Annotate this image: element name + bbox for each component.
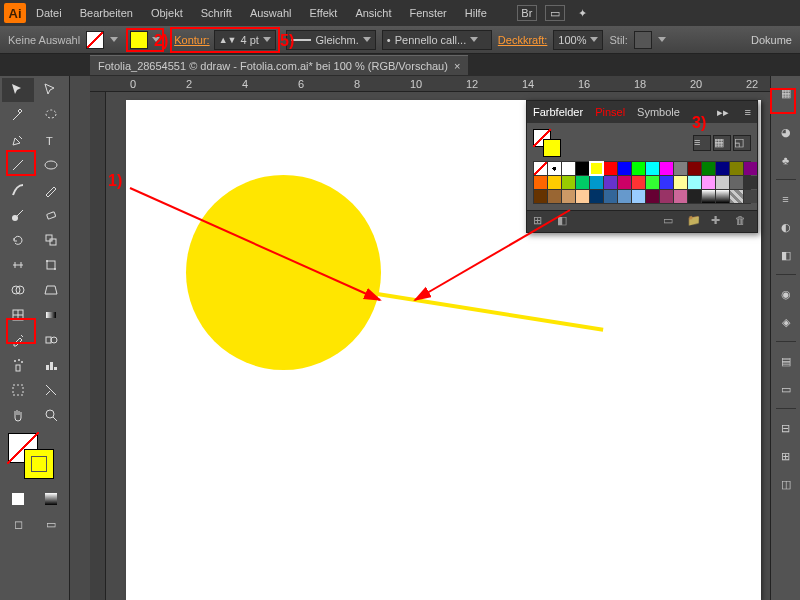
- yellow-circle-shape[interactable]: [186, 175, 381, 370]
- swatch-cell[interactable]: [702, 176, 715, 189]
- small-thumb-icon[interactable]: ▦: [713, 135, 731, 151]
- stroke-dropdown-icon[interactable]: [152, 37, 160, 42]
- swatch-cell[interactable]: [562, 162, 575, 175]
- paintbrush-tool[interactable]: [2, 178, 34, 202]
- swatch-cell[interactable]: [646, 176, 659, 189]
- swatch-cell[interactable]: [562, 190, 575, 203]
- gradient-tool[interactable]: [35, 303, 67, 327]
- opacity-link[interactable]: Deckkraft:: [498, 34, 548, 46]
- swatch-cell[interactable]: [716, 190, 729, 203]
- menu-view[interactable]: Ansicht: [347, 3, 399, 23]
- stroke-profile-dropdown[interactable]: Gleichm.: [286, 30, 376, 50]
- eyedropper-tool[interactable]: [2, 328, 34, 352]
- document-tab[interactable]: Fotolia_28654551 © ddraw - Fotolia.com.a…: [90, 55, 468, 75]
- swatch-cell[interactable]: [744, 190, 757, 203]
- swatch-cell[interactable]: [674, 176, 687, 189]
- transform-panel-icon[interactable]: ⊞: [775, 445, 797, 467]
- style-swatch[interactable]: [634, 31, 652, 49]
- swatch-cell[interactable]: [674, 162, 687, 175]
- layers-panel-icon[interactable]: ▤: [775, 350, 797, 372]
- width-tool[interactable]: [2, 253, 34, 277]
- list-view-icon[interactable]: ≡: [693, 135, 711, 151]
- swatch-cell[interactable]: [716, 176, 729, 189]
- swatch-cell[interactable]: [590, 162, 603, 175]
- blend-tool[interactable]: [35, 328, 67, 352]
- menu-object[interactable]: Objekt: [143, 3, 191, 23]
- pathfinder-panel-icon[interactable]: ◫: [775, 473, 797, 495]
- style-dropdown-icon[interactable]: [658, 37, 666, 42]
- zoom-tool[interactable]: [35, 403, 67, 427]
- ellipse-tool[interactable]: [35, 153, 67, 177]
- swatch-cell[interactable]: [534, 190, 547, 203]
- artboards-panel-icon[interactable]: ▭: [775, 378, 797, 400]
- menu-help[interactable]: Hilfe: [457, 3, 495, 23]
- appearance-panel-icon[interactable]: ◉: [775, 283, 797, 305]
- swatch-cell[interactable]: [618, 190, 631, 203]
- fill-stroke-indicator[interactable]: [0, 429, 69, 485]
- swatch-cell[interactable]: [688, 176, 701, 189]
- swatch-cell[interactable]: [632, 190, 645, 203]
- swatch-cell[interactable]: [562, 176, 575, 189]
- swatch-cell[interactable]: [646, 162, 659, 175]
- transparency-panel-icon[interactable]: ◧: [775, 244, 797, 266]
- brushes-tab[interactable]: Pinsel: [595, 106, 625, 118]
- swatch-cell[interactable]: [660, 176, 673, 189]
- type-tool[interactable]: T: [35, 128, 67, 152]
- bridge-icon[interactable]: Br: [517, 5, 537, 21]
- swatch-cell[interactable]: [688, 190, 701, 203]
- swatch-cell[interactable]: [730, 190, 743, 203]
- swatch-cell[interactable]: [618, 162, 631, 175]
- lasso-tool[interactable]: [35, 103, 67, 127]
- menu-window[interactable]: Fenster: [401, 3, 454, 23]
- swatch-cell[interactable]: [674, 190, 687, 203]
- symbol-sprayer-tool[interactable]: [2, 353, 34, 377]
- delete-swatch-icon[interactable]: 🗑: [735, 214, 751, 230]
- swatch-cell[interactable]: [660, 162, 673, 175]
- slice-tool[interactable]: [35, 378, 67, 402]
- symbols-tab[interactable]: Symbole: [637, 106, 680, 118]
- swatch-cell[interactable]: [576, 176, 589, 189]
- gradient-panel-icon[interactable]: ◐: [775, 216, 797, 238]
- swatch-cell[interactable]: [632, 162, 645, 175]
- color-guide-icon[interactable]: ◕: [775, 121, 797, 143]
- swatch-cell[interactable]: [702, 190, 715, 203]
- menu-effect[interactable]: Effekt: [301, 3, 345, 23]
- large-thumb-icon[interactable]: ◱: [733, 135, 751, 151]
- panel-menu-icon[interactable]: ≡: [745, 106, 751, 118]
- artboard-tool[interactable]: [2, 378, 34, 402]
- symbols-panel-icon[interactable]: ♣: [775, 149, 797, 171]
- swatch-kind-icon[interactable]: ◧: [557, 214, 573, 230]
- direct-selection-tool[interactable]: [35, 78, 67, 102]
- document-setup-button[interactable]: Dokume: [751, 34, 792, 46]
- eraser-tool[interactable]: [35, 203, 67, 227]
- menu-type[interactable]: Schrift: [193, 3, 240, 23]
- stroke-swatch[interactable]: [130, 31, 148, 49]
- color-panel-icon[interactable]: ▦: [775, 82, 797, 104]
- swatch-cell[interactable]: [660, 190, 673, 203]
- swatch-cell[interactable]: [744, 162, 757, 175]
- swatch-cell[interactable]: [730, 162, 743, 175]
- swatch-cell[interactable]: [702, 162, 715, 175]
- sync-icon[interactable]: ✦: [573, 5, 593, 21]
- swatch-cell[interactable]: [604, 190, 617, 203]
- menu-file[interactable]: Datei: [28, 3, 70, 23]
- swatch-cell[interactable]: [548, 190, 561, 203]
- draw-normal-icon[interactable]: ◻: [2, 512, 34, 536]
- new-swatch-icon[interactable]: ✚: [711, 214, 727, 230]
- swatch-cell[interactable]: [576, 162, 589, 175]
- perspective-grid-tool[interactable]: [35, 278, 67, 302]
- menu-edit[interactable]: Bearbeiten: [72, 3, 141, 23]
- stroke-weight-input[interactable]: ▲▼ 4 pt: [214, 30, 276, 50]
- scale-tool[interactable]: [35, 228, 67, 252]
- menu-select[interactable]: Auswahl: [242, 3, 300, 23]
- graphic-styles-icon[interactable]: ◈: [775, 311, 797, 333]
- column-graph-tool[interactable]: [35, 353, 67, 377]
- pencil-tool[interactable]: [35, 178, 67, 202]
- swatch-cell[interactable]: [716, 162, 729, 175]
- screen-mode-icon[interactable]: ▭: [35, 512, 67, 536]
- swatch-cell[interactable]: [548, 162, 561, 175]
- swatch-cell[interactable]: [646, 190, 659, 203]
- blob-brush-tool[interactable]: [2, 203, 34, 227]
- swatch-cell[interactable]: [534, 176, 547, 189]
- swatch-cell[interactable]: [548, 176, 561, 189]
